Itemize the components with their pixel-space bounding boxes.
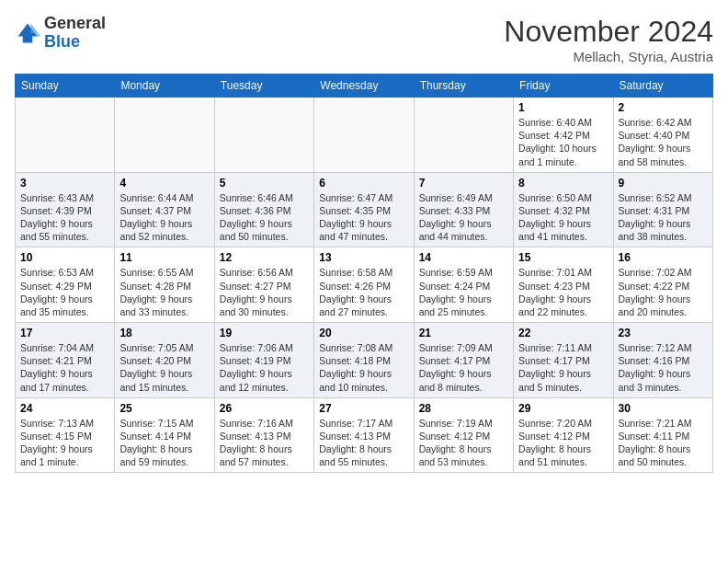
day-info: Sunrise: 7:09 AM Sunset: 4:17 PM Dayligh… bbox=[419, 341, 508, 394]
day-number: 30 bbox=[619, 402, 708, 415]
day-number: 4 bbox=[119, 177, 209, 190]
table-row bbox=[16, 98, 115, 173]
col-thursday: Thursday bbox=[414, 75, 513, 98]
table-row: 14Sunrise: 6:59 AM Sunset: 4:24 PM Dayli… bbox=[414, 247, 513, 323]
day-number: 14 bbox=[419, 251, 508, 264]
month-title: November 2024 bbox=[504, 15, 713, 49]
table-row: 21Sunrise: 7:09 AM Sunset: 4:17 PM Dayli… bbox=[414, 323, 513, 398]
day-number: 2 bbox=[619, 101, 708, 114]
calendar-week-row: 3Sunrise: 6:43 AM Sunset: 4:39 PM Daylig… bbox=[16, 172, 713, 247]
calendar-week-row: 17Sunrise: 7:04 AM Sunset: 4:21 PM Dayli… bbox=[16, 323, 713, 398]
day-info: Sunrise: 6:55 AM Sunset: 4:28 PM Dayligh… bbox=[119, 266, 209, 318]
day-info: Sunrise: 7:17 AM Sunset: 4:13 PM Dayligh… bbox=[319, 417, 408, 469]
table-row: 4Sunrise: 6:44 AM Sunset: 4:37 PM Daylig… bbox=[115, 172, 214, 247]
day-number: 8 bbox=[518, 177, 608, 190]
calendar-week-row: 10Sunrise: 6:53 AM Sunset: 4:29 PM Dayli… bbox=[16, 247, 713, 323]
day-number: 11 bbox=[119, 251, 209, 264]
day-info: Sunrise: 6:52 AM Sunset: 4:31 PM Dayligh… bbox=[619, 191, 708, 244]
table-row: 25Sunrise: 7:15 AM Sunset: 4:14 PM Dayli… bbox=[115, 397, 214, 473]
day-number: 23 bbox=[619, 327, 708, 339]
day-number: 29 bbox=[518, 402, 608, 415]
day-info: Sunrise: 6:47 AM Sunset: 4:35 PM Dayligh… bbox=[319, 191, 408, 244]
calendar-week-row: 24Sunrise: 7:13 AM Sunset: 4:15 PM Dayli… bbox=[16, 397, 713, 473]
table-row bbox=[314, 98, 414, 173]
day-number: 26 bbox=[220, 402, 309, 415]
header: General Blue November 2024 Mellach, Styr… bbox=[15, 15, 713, 64]
table-row: 22Sunrise: 7:11 AM Sunset: 4:17 PM Dayli… bbox=[514, 323, 613, 398]
day-info: Sunrise: 7:02 AM Sunset: 4:22 PM Dayligh… bbox=[619, 266, 708, 318]
day-info: Sunrise: 6:43 AM Sunset: 4:39 PM Dayligh… bbox=[20, 191, 109, 244]
day-number: 5 bbox=[220, 177, 309, 190]
col-sunday: Sunday bbox=[16, 75, 115, 98]
table-row: 5Sunrise: 6:46 AM Sunset: 4:36 PM Daylig… bbox=[214, 172, 313, 247]
day-info: Sunrise: 7:12 AM Sunset: 4:16 PM Dayligh… bbox=[619, 341, 708, 394]
day-number: 20 bbox=[319, 327, 408, 339]
col-friday: Friday bbox=[514, 75, 613, 98]
day-info: Sunrise: 7:13 AM Sunset: 4:15 PM Dayligh… bbox=[20, 417, 109, 469]
day-info: Sunrise: 6:46 AM Sunset: 4:36 PM Dayligh… bbox=[220, 191, 309, 244]
table-row: 7Sunrise: 6:49 AM Sunset: 4:33 PM Daylig… bbox=[414, 172, 513, 247]
col-monday: Monday bbox=[115, 75, 214, 98]
day-info: Sunrise: 6:49 AM Sunset: 4:33 PM Dayligh… bbox=[419, 191, 508, 244]
table-row: 10Sunrise: 6:53 AM Sunset: 4:29 PM Dayli… bbox=[16, 247, 115, 323]
table-row: 13Sunrise: 6:58 AM Sunset: 4:26 PM Dayli… bbox=[314, 247, 414, 323]
table-row: 28Sunrise: 7:19 AM Sunset: 4:12 PM Dayli… bbox=[414, 397, 513, 473]
table-row: 30Sunrise: 7:21 AM Sunset: 4:11 PM Dayli… bbox=[613, 397, 712, 473]
day-number: 12 bbox=[220, 251, 309, 264]
day-info: Sunrise: 6:56 AM Sunset: 4:27 PM Dayligh… bbox=[220, 266, 309, 318]
table-row: 26Sunrise: 7:16 AM Sunset: 4:13 PM Dayli… bbox=[214, 397, 313, 473]
table-row: 2Sunrise: 6:42 AM Sunset: 4:40 PM Daylig… bbox=[613, 98, 712, 173]
table-row: 8Sunrise: 6:50 AM Sunset: 4:32 PM Daylig… bbox=[514, 172, 613, 247]
table-row: 1Sunrise: 6:40 AM Sunset: 4:42 PM Daylig… bbox=[514, 98, 613, 173]
day-number: 9 bbox=[619, 177, 708, 190]
day-info: Sunrise: 7:05 AM Sunset: 4:20 PM Dayligh… bbox=[119, 341, 209, 394]
col-saturday: Saturday bbox=[613, 75, 712, 98]
day-info: Sunrise: 7:06 AM Sunset: 4:19 PM Dayligh… bbox=[220, 341, 309, 394]
day-number: 6 bbox=[319, 177, 408, 190]
day-info: Sunrise: 6:44 AM Sunset: 4:37 PM Dayligh… bbox=[119, 191, 209, 244]
day-number: 21 bbox=[419, 327, 508, 339]
table-row: 18Sunrise: 7:05 AM Sunset: 4:20 PM Dayli… bbox=[115, 323, 214, 398]
day-info: Sunrise: 7:16 AM Sunset: 4:13 PM Dayligh… bbox=[220, 417, 309, 469]
table-row bbox=[115, 98, 214, 173]
calendar-table: Sunday Monday Tuesday Wednesday Thursday… bbox=[15, 74, 713, 473]
table-row: 6Sunrise: 6:47 AM Sunset: 4:35 PM Daylig… bbox=[314, 172, 414, 247]
day-info: Sunrise: 6:58 AM Sunset: 4:26 PM Dayligh… bbox=[319, 266, 408, 318]
table-row: 24Sunrise: 7:13 AM Sunset: 4:15 PM Dayli… bbox=[16, 397, 115, 473]
day-number: 1 bbox=[518, 101, 608, 114]
day-number: 27 bbox=[319, 402, 408, 415]
page: General Blue November 2024 Mellach, Styr… bbox=[0, 0, 728, 480]
title-block: November 2024 Mellach, Styria, Austria bbox=[504, 15, 713, 64]
col-tuesday: Tuesday bbox=[214, 75, 313, 98]
table-row: 20Sunrise: 7:08 AM Sunset: 4:18 PM Dayli… bbox=[314, 323, 414, 398]
calendar-week-row: 1Sunrise: 6:40 AM Sunset: 4:42 PM Daylig… bbox=[16, 98, 713, 173]
day-number: 19 bbox=[220, 327, 309, 339]
day-number: 17 bbox=[20, 327, 109, 339]
table-row: 11Sunrise: 6:55 AM Sunset: 4:28 PM Dayli… bbox=[115, 247, 214, 323]
table-row: 9Sunrise: 6:52 AM Sunset: 4:31 PM Daylig… bbox=[613, 172, 712, 247]
day-number: 16 bbox=[619, 251, 708, 264]
day-info: Sunrise: 6:42 AM Sunset: 4:40 PM Dayligh… bbox=[619, 116, 708, 168]
day-info: Sunrise: 7:11 AM Sunset: 4:17 PM Dayligh… bbox=[518, 341, 608, 394]
day-number: 25 bbox=[119, 402, 209, 415]
logo: General Blue bbox=[15, 15, 106, 52]
location: Mellach, Styria, Austria bbox=[504, 49, 713, 64]
table-row: 27Sunrise: 7:17 AM Sunset: 4:13 PM Dayli… bbox=[314, 397, 414, 473]
day-info: Sunrise: 7:20 AM Sunset: 4:12 PM Dayligh… bbox=[518, 417, 608, 469]
day-number: 3 bbox=[20, 177, 109, 190]
table-row: 3Sunrise: 6:43 AM Sunset: 4:39 PM Daylig… bbox=[16, 172, 115, 247]
day-number: 28 bbox=[419, 402, 508, 415]
calendar-header-row: Sunday Monday Tuesday Wednesday Thursday… bbox=[16, 75, 713, 98]
table-row: 19Sunrise: 7:06 AM Sunset: 4:19 PM Dayli… bbox=[214, 323, 313, 398]
day-info: Sunrise: 7:15 AM Sunset: 4:14 PM Dayligh… bbox=[119, 417, 209, 469]
day-info: Sunrise: 7:04 AM Sunset: 4:21 PM Dayligh… bbox=[20, 341, 109, 394]
table-row bbox=[414, 98, 513, 173]
day-info: Sunrise: 7:08 AM Sunset: 4:18 PM Dayligh… bbox=[319, 341, 408, 394]
day-number: 7 bbox=[419, 177, 508, 190]
day-info: Sunrise: 7:01 AM Sunset: 4:23 PM Dayligh… bbox=[518, 266, 608, 318]
day-info: Sunrise: 6:53 AM Sunset: 4:29 PM Dayligh… bbox=[20, 266, 109, 318]
day-number: 18 bbox=[119, 327, 209, 339]
table-row: 29Sunrise: 7:20 AM Sunset: 4:12 PM Dayli… bbox=[514, 397, 613, 473]
col-wednesday: Wednesday bbox=[314, 75, 414, 98]
day-number: 22 bbox=[518, 327, 608, 339]
